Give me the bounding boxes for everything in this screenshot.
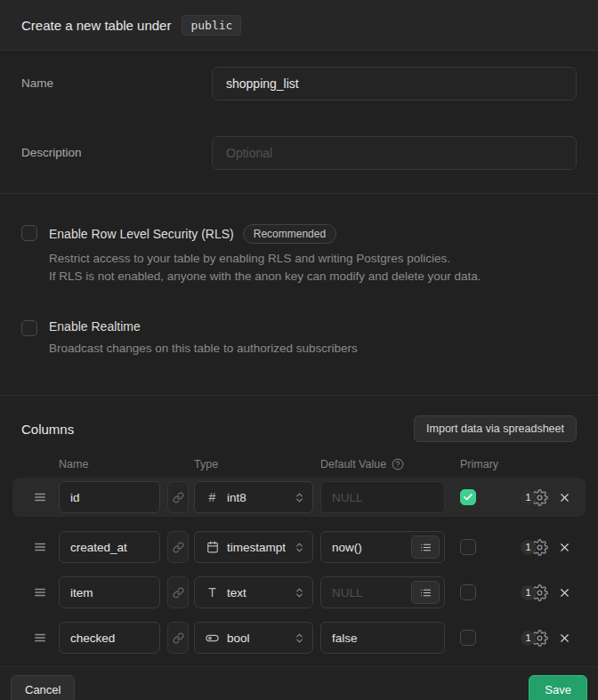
column-name-input[interactable] [59, 576, 160, 608]
hash-icon: # [206, 490, 219, 504]
link-icon [173, 632, 184, 644]
chevrons-up-down-icon [294, 632, 305, 644]
column-settings-button[interactable]: 1 [521, 539, 548, 556]
column-row: bool false 1 [12, 618, 586, 657]
list-icon [420, 587, 432, 599]
realtime-checkbox[interactable] [21, 320, 37, 336]
table-info-section: Name Description [0, 51, 598, 194]
list-icon [420, 542, 432, 553]
link-icon [173, 587, 184, 599]
create-table-dialog: Create a new table under public Name Des… [0, 0, 598, 700]
link-icon [173, 492, 184, 503]
settings-count-badge: 1 [521, 631, 536, 646]
name-field: Name [21, 67, 577, 101]
description-field: Description [21, 136, 577, 170]
table-options-section: Enable Row Level Security (RLS) Recommen… [0, 194, 598, 396]
save-button[interactable]: Save [529, 675, 587, 700]
columns-section: Columns Import data via spreadsheet Name… [0, 396, 598, 666]
boolean-icon [206, 632, 219, 645]
foreign-key-button[interactable] [167, 622, 189, 654]
column-name-input[interactable] [59, 531, 160, 563]
settings-count-badge: 1 [521, 540, 536, 555]
column-type-select[interactable]: bool [194, 622, 313, 654]
rls-checkbox[interactable] [21, 225, 37, 241]
primary-checkbox[interactable] [460, 539, 476, 555]
column-type-select[interactable]: timestamptz [194, 531, 313, 563]
default-value-list-button[interactable] [411, 535, 440, 559]
help-icon[interactable] [392, 458, 404, 471]
primary-checkbox[interactable] [460, 489, 476, 505]
settings-count-badge: 1 [521, 490, 536, 505]
default-value-input[interactable]: false [320, 622, 445, 654]
schema-badge: public [182, 15, 241, 36]
default-value-list-button[interactable] [411, 581, 440, 604]
drag-handle-icon[interactable] [34, 632, 46, 644]
import-spreadsheet-button[interactable]: Import data via spreadsheet [414, 415, 577, 442]
remove-column-button[interactable] [558, 541, 571, 554]
column-type-select[interactable]: # int8 [194, 481, 313, 513]
column-settings-button[interactable]: 1 [521, 489, 548, 506]
chevrons-up-down-icon [294, 542, 305, 553]
description-label: Description [21, 136, 212, 159]
close-icon [558, 491, 571, 504]
link-icon [173, 542, 184, 553]
dialog-header: Create a new table under public [0, 0, 598, 51]
column-header-name: Name [59, 458, 160, 471]
column-row: # int8 NULL 1 [12, 478, 586, 517]
drag-handle-icon[interactable] [34, 586, 46, 599]
name-input[interactable] [212, 67, 577, 101]
column-type-select[interactable]: T text [194, 576, 313, 608]
realtime-description: Broadcast changes on this table to autho… [49, 340, 358, 358]
close-icon [558, 586, 571, 599]
foreign-key-button[interactable] [167, 576, 189, 608]
dialog-footer: Cancel Save [0, 666, 598, 700]
primary-checkbox[interactable] [460, 584, 476, 600]
remove-column-button[interactable] [558, 491, 571, 504]
column-header-primary: Primary [460, 458, 498, 471]
text-type-icon: T [206, 585, 219, 599]
rls-label: Enable Row Level Security (RLS) [49, 227, 234, 241]
rls-option: Enable Row Level Security (RLS) Recommen… [21, 224, 577, 286]
chevrons-up-down-icon [294, 492, 305, 503]
default-value-input[interactable]: now() [320, 531, 445, 563]
foreign-key-button[interactable] [167, 531, 189, 563]
default-value-input: NULL [320, 481, 445, 513]
description-input[interactable] [212, 136, 577, 170]
realtime-label: Enable Realtime [49, 319, 141, 334]
close-icon [558, 632, 571, 645]
column-settings-button[interactable]: 1 [521, 584, 548, 601]
column-name-input[interactable] [59, 481, 160, 513]
calendar-icon [206, 541, 219, 553]
columns-header-row: Name Type Default Value Primary [12, 458, 586, 471]
column-header-type: Type [194, 458, 313, 471]
primary-checkbox[interactable] [460, 630, 476, 646]
columns-title: Columns [21, 422, 74, 437]
drag-handle-icon[interactable] [34, 541, 46, 553]
column-header-default: Default Value [320, 458, 386, 471]
recommended-badge: Recommended [243, 224, 336, 244]
close-icon [558, 541, 571, 554]
cancel-button[interactable]: Cancel [11, 675, 75, 700]
remove-column-button[interactable] [558, 632, 571, 645]
drag-handle-icon[interactable] [34, 491, 46, 503]
check-icon [463, 492, 473, 503]
column-row: T text NULL [12, 573, 586, 612]
dialog-title: Create a new table under [21, 18, 171, 33]
name-label: Name [21, 67, 212, 90]
realtime-option: Enable Realtime Broadcast changes on thi… [21, 319, 577, 358]
column-row: timestamptz now() [12, 527, 586, 567]
settings-count-badge: 1 [521, 585, 536, 600]
remove-column-button[interactable] [558, 586, 571, 599]
foreign-key-button[interactable] [167, 481, 189, 513]
column-settings-button[interactable]: 1 [521, 630, 548, 647]
default-value-input[interactable]: NULL [320, 576, 445, 608]
column-name-input[interactable] [59, 622, 160, 654]
chevrons-up-down-icon [294, 587, 305, 599]
rls-description: Restrict access to your table by enablin… [49, 250, 481, 286]
